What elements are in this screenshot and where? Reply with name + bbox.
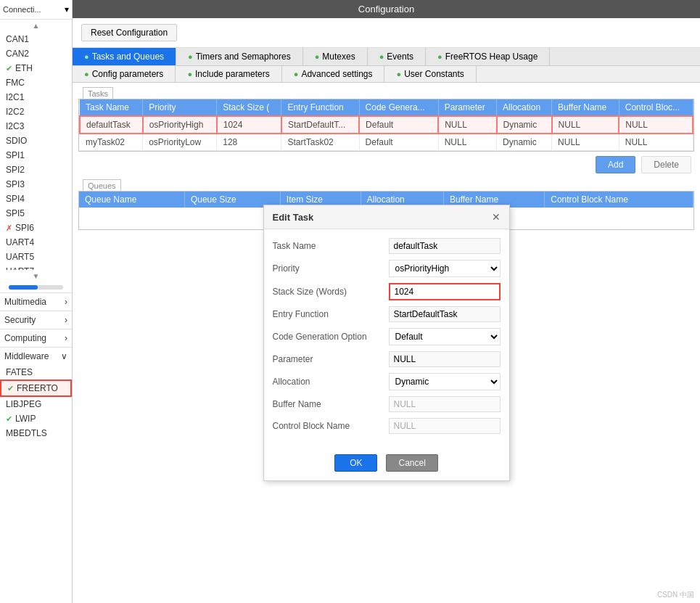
field-select[interactable]: Dynamic [389, 373, 501, 390]
subtab-label: User Constants [404, 69, 464, 79]
sidebar-item-uart5[interactable]: UART5 [0, 250, 72, 264]
sidebar-item-uart4[interactable]: UART4 [0, 235, 72, 250]
modal-overlay: Edit Task ✕ Task NamePriorityosPriorityH… [73, 83, 700, 603]
field-label: Code Generation Option [273, 332, 389, 342]
sidebar-item-spi5[interactable]: SPI5 [0, 206, 72, 221]
field-label: Priority [273, 263, 389, 274]
sidebar-item-fates[interactable]: FATES [0, 365, 72, 380]
sidebar-item-label: MBEDTLS [6, 428, 47, 438]
security-label: Security [4, 315, 36, 325]
reset-config-button[interactable]: Reset Configuration [81, 24, 177, 41]
subtab-check-icon: ● [187, 70, 192, 78]
sidebar-item-lwip[interactable]: ✔LWIP [0, 411, 72, 426]
field-input[interactable] [389, 351, 501, 367]
sidebar-cat-computing[interactable]: Computing › [0, 329, 72, 347]
tab-label: Events [387, 52, 413, 62]
sidebar-list: CAN1CAN2✔ETHFMCI2C1I2C2I2C3SDIOSPI1SPI2S… [0, 32, 72, 270]
sidebar-item-label: SDIO [6, 136, 27, 146]
field-null-input[interactable] [389, 418, 501, 434]
security-arrow: › [65, 315, 67, 325]
cross-icon: ✗ [6, 223, 12, 233]
modal-header: Edit Task ✕ [264, 205, 509, 229]
field-select[interactable]: osPriorityHigh [389, 260, 501, 277]
field-null-input[interactable] [389, 396, 501, 412]
subtab-user-constants[interactable]: ●User Constants [384, 66, 476, 82]
sidebar-item-spi4[interactable]: SPI4 [0, 192, 72, 206]
field-input[interactable] [389, 238, 501, 254]
sidebar-item-eth[interactable]: ✔ETH [0, 61, 72, 75]
sidebar-item-can1[interactable]: CAN1 [0, 32, 72, 46]
sidebar-item-libjpeg[interactable]: LIBJPEG [0, 397, 72, 411]
sidebar-item-fmc[interactable]: FMC [0, 75, 72, 90]
field-label: Stack Size (Words) [273, 287, 389, 297]
modal-field-entry-function: Entry Function [273, 306, 501, 322]
tab-check-icon: ● [379, 52, 384, 61]
middleware-label: Middleware [4, 351, 49, 361]
sidebar-item-label: I2C3 [6, 121, 24, 131]
field-label: Parameter [273, 354, 389, 364]
field-select[interactable]: Default [389, 328, 501, 345]
sidebar-item-label: FREERTO [17, 383, 58, 393]
sidebar-item-label: SPI2 [6, 165, 25, 175]
sidebar-item-uart7[interactable]: UART7 [0, 264, 72, 270]
sidebar-cat-multimedia[interactable]: Multimedia › [0, 292, 72, 311]
sidebar-item-freerto[interactable]: ✔FREERTO [0, 380, 72, 397]
tab-events[interactable]: ●Events [368, 48, 426, 65]
sidebar-item-spi3[interactable]: SPI3 [0, 177, 72, 192]
computing-arrow: › [65, 333, 67, 343]
sidebar-item-label: SPI4 [6, 194, 25, 204]
sidebar-item-label: SPI3 [6, 179, 25, 189]
middleware-list: FATES✔FREERTOLIBJPEG✔LWIPMBEDTLS [0, 365, 72, 603]
sidebar-item-label: SPI1 [6, 150, 25, 160]
main-tabs: ●Tasks and Queues●Timers and Semaphores●… [73, 48, 700, 66]
modal-close-icon[interactable]: ✕ [492, 211, 501, 223]
sidebar-item-spi1[interactable]: SPI1 [0, 148, 72, 163]
field-input[interactable] [389, 306, 501, 322]
sidebar-item-sdio[interactable]: SDIO [0, 134, 72, 148]
check-icon: ✔ [7, 384, 14, 393]
sidebar-item-spi6[interactable]: ✗SPI6 [0, 221, 72, 235]
scroll-down-btn[interactable]: ▼ [0, 270, 72, 282]
sidebar-item-label: I2C1 [6, 92, 24, 102]
scroll-up-btn[interactable]: ▲ [0, 20, 72, 32]
modal-ok-button[interactable]: OK [334, 454, 377, 472]
sidebar-item-label: LWIP [15, 414, 36, 424]
sidebar-cat-middleware[interactable]: Middleware ∨ [0, 347, 72, 365]
sidebar-item-can2[interactable]: CAN2 [0, 46, 72, 61]
sidebar-item-i2c3[interactable]: I2C3 [0, 119, 72, 134]
subtab-check-icon: ● [396, 70, 401, 78]
sidebar-item-spi2[interactable]: SPI2 [0, 163, 72, 177]
config-header: Configuration [73, 0, 700, 18]
sidebar-item-label: CAN1 [6, 34, 29, 44]
subtab-include-parameters[interactable]: ●Include parameters [176, 66, 281, 82]
sidebar-item-i2c2[interactable]: I2C2 [0, 104, 72, 119]
check-icon: ✔ [6, 414, 12, 424]
tab-tasks-and-queues[interactable]: ●Tasks and Queues [73, 48, 176, 65]
sidebar-item-i2c1[interactable]: I2C1 [0, 90, 72, 104]
sidebar-item-label: CAN2 [6, 49, 29, 59]
multimedia-arrow: › [65, 297, 67, 307]
tab-mutexes[interactable]: ●Mutexes [303, 48, 368, 65]
modal-field-code-generation-option: Code Generation OptionDefault [273, 328, 501, 345]
sidebar-item-label: FMC [6, 78, 25, 88]
tab-check-icon: ● [315, 52, 320, 61]
main-content: Configuration Reset Configuration ●Tasks… [73, 0, 700, 603]
tab-freertos-heap-usage[interactable]: ●FreeRTOS Heap Usage [426, 48, 550, 65]
modal-cancel-button[interactable]: Cancel [386, 454, 437, 472]
field-label: Allocation [273, 377, 389, 387]
tab-label: FreeRTOS Heap Usage [445, 52, 538, 62]
sidebar-item-mbedtls[interactable]: MBEDTLS [0, 426, 72, 440]
sidebar: Connecti... ▾ ▲ CAN1CAN2✔ETHFMCI2C1I2C2I… [0, 0, 73, 603]
connection-label: Connecti... [3, 5, 41, 14]
tab-check-icon: ● [84, 52, 89, 61]
subtab-check-icon: ● [84, 70, 89, 78]
subtab-label: Config parameters [92, 69, 164, 79]
modal-field-priority: PriorityosPriorityHigh [273, 260, 501, 277]
subtab-config-parameters[interactable]: ●Config parameters [73, 66, 176, 82]
subtab-advanced-settings[interactable]: ●Advanced settings [282, 66, 385, 82]
sidebar-item-label: UART4 [6, 237, 34, 247]
tab-timers-and-semaphores[interactable]: ●Timers and Semaphores [176, 48, 303, 65]
stack-size-input[interactable] [389, 283, 501, 300]
sidebar-cat-security[interactable]: Security › [0, 311, 72, 329]
modal-body: Task NamePriorityosPriorityHighStack Siz… [264, 229, 509, 448]
